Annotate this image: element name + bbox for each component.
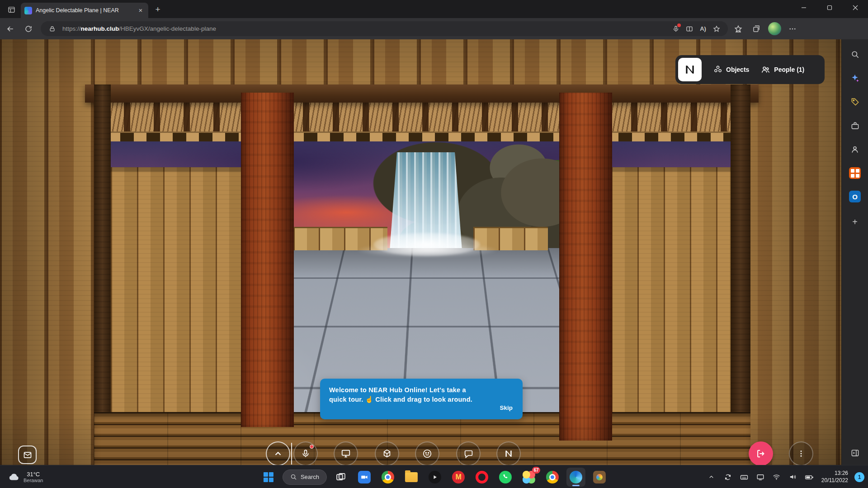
taskbar-search[interactable]: Search bbox=[283, 469, 327, 485]
opera-icon bbox=[476, 471, 488, 483]
top-beam bbox=[85, 84, 759, 103]
battery-icon[interactable] bbox=[802, 469, 816, 485]
split-screen-icon[interactable] bbox=[683, 22, 696, 36]
mic-active-dot bbox=[677, 23, 681, 27]
share-screen-button[interactable] bbox=[334, 441, 358, 465]
mail-button[interactable] bbox=[18, 446, 37, 464]
screen: Angelic Delectable Plane | NEAR × + http… bbox=[0, 0, 868, 488]
people-button[interactable]: People (1) bbox=[761, 65, 804, 75]
whatsapp-icon bbox=[499, 471, 512, 483]
clock-time: 13:26 bbox=[821, 470, 848, 477]
volume-icon[interactable] bbox=[786, 469, 800, 485]
read-aloud-icon[interactable]: A) bbox=[696, 22, 710, 36]
sidebar-tools-icon[interactable] bbox=[847, 118, 863, 133]
weather-widget[interactable]: 31°C Berawan bbox=[5, 465, 47, 488]
expand-menu-button[interactable] bbox=[266, 441, 290, 465]
add-favorite-star-icon[interactable] bbox=[710, 22, 723, 36]
sidebar-toggle-icon[interactable] bbox=[847, 445, 863, 460]
profile-avatar[interactable] bbox=[767, 21, 782, 37]
tab-favicon bbox=[24, 7, 32, 14]
windows-taskbar: 31°C Berawan Search M 67 bbox=[0, 465, 868, 488]
sidebar-copilot-icon[interactable] bbox=[847, 70, 863, 86]
mic-permission-icon[interactable] bbox=[669, 22, 683, 36]
notification-count-badge[interactable]: 1 bbox=[854, 472, 864, 482]
opera-app-button[interactable] bbox=[472, 468, 491, 487]
sidebar-shopping-icon[interactable] bbox=[847, 94, 863, 109]
tour-toast: Welcome to NEAR Hub Online! Let's take a… bbox=[320, 379, 523, 419]
microphone-icon bbox=[301, 449, 310, 458]
reactions-button[interactable] bbox=[415, 441, 439, 465]
sidebar-outlook-icon[interactable]: O bbox=[847, 189, 863, 204]
address-bar[interactable]: https://nearhub.club/HBEyvGX/angelic-del… bbox=[41, 21, 728, 36]
tab-close-icon[interactable]: × bbox=[137, 6, 145, 14]
roof-rafters bbox=[94, 103, 750, 131]
monitor-icon bbox=[341, 449, 351, 459]
people-icon bbox=[761, 65, 770, 75]
new-tab-button[interactable]: + bbox=[151, 3, 165, 16]
file-explorer-button[interactable] bbox=[402, 468, 421, 487]
skip-tour-button[interactable]: Skip bbox=[500, 404, 513, 411]
leave-room-button[interactable] bbox=[749, 441, 773, 465]
objects-button[interactable]: Objects bbox=[713, 65, 749, 74]
collections-icon[interactable] bbox=[749, 21, 764, 37]
camera-app-button[interactable] bbox=[355, 468, 374, 487]
sidebar-games-icon[interactable] bbox=[847, 142, 863, 157]
microphone-button[interactable] bbox=[293, 441, 318, 465]
chat-bubble-icon bbox=[464, 449, 473, 459]
tray-cast-icon[interactable] bbox=[754, 469, 767, 485]
tray-keyboard-icon[interactable] bbox=[737, 469, 751, 485]
more-vertical-icon bbox=[797, 450, 805, 458]
app-badge: 67 bbox=[532, 467, 540, 474]
edge-app-button[interactable] bbox=[566, 468, 585, 487]
site-lock-icon[interactable] bbox=[45, 22, 59, 36]
sidebar-microsoft365-icon[interactable] bbox=[847, 165, 863, 181]
chrome-icon bbox=[382, 471, 394, 483]
browser-tab[interactable]: Angelic Delectable Plane | NEAR × bbox=[21, 3, 148, 18]
mega-app-button[interactable]: M bbox=[449, 468, 468, 487]
browser2-app-button[interactable] bbox=[543, 468, 562, 487]
chat-button[interactable] bbox=[456, 441, 481, 465]
sidebar-search-icon[interactable] bbox=[847, 47, 863, 62]
weather-condition: Berawan bbox=[24, 478, 43, 483]
browser-toolbar: https://nearhub.club/HBEyvGX/angelic-del… bbox=[0, 18, 868, 39]
back-icon[interactable] bbox=[3, 21, 18, 37]
photos-app-button[interactable]: 67 bbox=[519, 468, 538, 487]
page-content: Objects People (1) Welcome to NEAR Hub O… bbox=[0, 39, 868, 465]
sidebar-add-icon[interactable]: + bbox=[847, 214, 863, 230]
near-wallet-button[interactable] bbox=[496, 441, 521, 465]
window-controls bbox=[791, 0, 868, 15]
window-minimize-button[interactable] bbox=[791, 0, 816, 15]
hand-emoji: ☝ bbox=[365, 396, 373, 403]
whatsapp-button[interactable] bbox=[496, 468, 515, 487]
start-button[interactable] bbox=[259, 468, 278, 487]
objects-cubes-icon bbox=[713, 65, 722, 74]
chrome-app-button[interactable] bbox=[378, 468, 397, 487]
taskbar-center: Search M 67 bbox=[259, 465, 609, 488]
more-options-button[interactable] bbox=[789, 441, 813, 465]
frame-post-left bbox=[94, 84, 111, 465]
frame-post-right bbox=[731, 84, 750, 465]
dark-app-icon bbox=[429, 471, 441, 483]
favorites-icon[interactable] bbox=[731, 21, 746, 37]
tab-actions-icon[interactable] bbox=[5, 3, 18, 16]
settings-more-icon[interactable] bbox=[785, 21, 800, 37]
taskbar-clock[interactable]: 13:26 20/11/2022 bbox=[819, 470, 851, 484]
wifi-icon[interactable] bbox=[770, 469, 783, 485]
near-logo-button[interactable] bbox=[678, 58, 702, 81]
window-close-button[interactable] bbox=[842, 0, 868, 15]
task-view-button[interactable] bbox=[331, 468, 350, 487]
window-maximize-button[interactable] bbox=[816, 0, 842, 15]
tray-chevron-up-icon[interactable] bbox=[705, 469, 718, 485]
task-view-icon bbox=[335, 472, 346, 483]
create-object-button[interactable] bbox=[375, 441, 399, 465]
plank-wall-right bbox=[611, 167, 731, 412]
chevron-up-icon bbox=[273, 449, 283, 459]
toolbar-divider bbox=[291, 443, 292, 465]
hub-3d-viewport[interactable]: Objects People (1) Welcome to NEAR Hub O… bbox=[0, 39, 841, 465]
tray-sync-icon[interactable] bbox=[721, 469, 735, 485]
media-app-button[interactable] bbox=[425, 468, 444, 487]
refresh-icon[interactable] bbox=[21, 21, 36, 37]
paint-app-button[interactable] bbox=[590, 468, 609, 487]
folder-icon bbox=[405, 472, 418, 482]
objects-label: Objects bbox=[726, 66, 749, 73]
